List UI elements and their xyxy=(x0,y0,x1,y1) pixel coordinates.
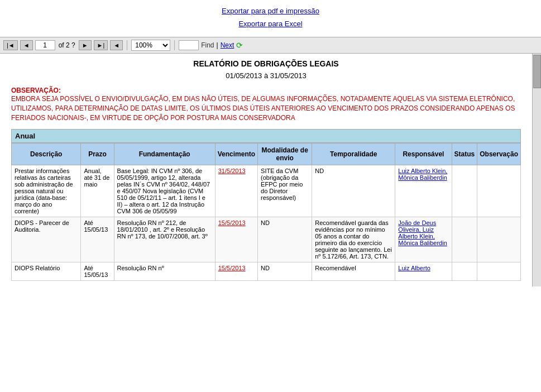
page-info: of 2 ? xyxy=(59,41,75,49)
report-title: RELATÓRIO DE OBRIGAÇÕES LEGAIS xyxy=(11,59,521,68)
last-page-button[interactable]: ►| xyxy=(94,40,108,50)
col-prazo: Prazo xyxy=(81,144,114,165)
observation-box: OBSERVAÇÃO: EMBORA SEJA POSSÍVEL O ENVIO… xyxy=(11,87,521,122)
main-wrapper: RELATÓRIO DE OBRIGAÇÕES LEGAIS 01/05/201… xyxy=(0,54,541,286)
cell-responsavel: Luiz Alberto xyxy=(395,262,452,281)
observation-title: OBSERVAÇÃO: xyxy=(11,87,521,94)
scrollbar[interactable] xyxy=(532,54,541,286)
next-page-button[interactable]: ► xyxy=(79,40,92,50)
cell-fundamentacao: Resolução RN nº xyxy=(114,262,215,281)
cell-modalidade: ND xyxy=(258,262,312,281)
cell-status xyxy=(452,165,477,217)
cell-descricao: DIOPS Relatório xyxy=(12,262,81,281)
cell-prazo: Até 15/05/13 xyxy=(81,217,114,262)
report-subtitle: 01/05/2013 à 31/05/2013 xyxy=(11,71,521,80)
cell-vencimento: 15/5/2013 xyxy=(215,217,257,262)
cell-modalidade: ND xyxy=(258,217,312,262)
cell-vencimento: 31/5/2013 xyxy=(215,165,257,217)
pipe-separator: | xyxy=(217,41,218,49)
report-container: RELATÓRIO DE OBRIGAÇÕES LEGAIS 01/05/201… xyxy=(0,54,532,286)
table-header-row: Descrição Prazo Fundamentação Vencimento… xyxy=(12,144,521,165)
find-label: Find xyxy=(201,41,214,49)
find-input[interactable] xyxy=(179,40,199,50)
section-header: Anual xyxy=(11,129,521,143)
cell-vencimento: 15/5/2013 xyxy=(215,262,257,281)
scroll-thumb[interactable] xyxy=(533,55,541,88)
page-input[interactable]: 1 xyxy=(35,40,55,50)
separator2 xyxy=(174,40,175,50)
separator xyxy=(127,40,127,50)
nav-extra-button[interactable]: ◄ xyxy=(110,40,123,50)
table-row: DIOPS - Parecer de Auditoria.Até 15/05/1… xyxy=(12,217,521,262)
col-fundamentacao: Fundamentação xyxy=(114,144,215,165)
cell-prazo: Até 15/05/13 xyxy=(81,262,114,281)
cell-temporalidade: Recomendável xyxy=(312,262,395,281)
cell-descricao: Prestar informações relativas às carteir… xyxy=(12,165,81,217)
content-area: RELATÓRIO DE OBRIGAÇÕES LEGAIS 01/05/201… xyxy=(0,54,532,286)
cell-responsavel: Luiz Alberto Klein, Mônica Baliberdin xyxy=(395,165,452,217)
cell-status xyxy=(452,217,477,262)
cell-prazo: Anual, até 31 de maio xyxy=(81,165,114,217)
cell-observacao xyxy=(477,217,521,262)
col-responsavel: Responsável xyxy=(395,144,452,165)
cell-descricao: DIOPS - Parecer de Auditoria. xyxy=(12,217,81,262)
first-page-button[interactable]: |◄ xyxy=(3,40,18,50)
observation-text: EMBORA SEJA POSSÍVEL O ENVIO/DIVULGAÇÃO,… xyxy=(11,94,521,122)
cell-fundamentacao: Base Legal: IN CVM nº 306, de 05/05/1999… xyxy=(114,165,215,217)
cell-responsavel: João de Deus Oliveira, Luiz Alberto Klei… xyxy=(395,217,452,262)
excel-export-link[interactable]: Exportar para Excel xyxy=(238,20,302,28)
cell-observacao xyxy=(477,262,521,281)
refresh-icon[interactable]: ⟳ xyxy=(236,41,243,50)
table-row: Prestar informações relativas às carteir… xyxy=(12,165,521,217)
zoom-select[interactable]: 50% 75% 100% 125% 150% 200% xyxy=(131,40,170,51)
table-row: DIOPS RelatórioAté 15/05/13Resolução RN … xyxy=(12,262,521,281)
col-status: Status xyxy=(452,144,477,165)
cell-observacao xyxy=(477,165,521,217)
cell-temporalidade: Recomendável guarda das evidências por n… xyxy=(312,217,395,262)
cell-modalidade: SITE da CVM (obrigação da EFPC por meio … xyxy=(258,165,312,217)
prev-page-button[interactable]: ◄ xyxy=(20,40,33,50)
cell-status xyxy=(452,262,477,281)
cell-fundamentacao: Resolução RN nº 212, de 18/01/2010 , art… xyxy=(114,217,215,262)
find-next-button[interactable]: Next xyxy=(221,41,234,49)
obligations-table: Descrição Prazo Fundamentação Vencimento… xyxy=(11,143,521,281)
col-temporalidade: Temporalidade xyxy=(312,144,395,165)
col-modalidade: Modalidade de envio xyxy=(258,144,312,165)
col-vencimento: Vencimento xyxy=(215,144,257,165)
toolbar: |◄ ◄ 1 of 2 ? ► ►| ◄ 50% 75% 100% 125% 1… xyxy=(0,37,541,54)
col-descricao: Descrição xyxy=(12,144,81,165)
col-observacao: Observação xyxy=(477,144,521,165)
cell-temporalidade: ND xyxy=(312,165,395,217)
pdf-export-link[interactable]: Exportar para pdf e impressão xyxy=(222,7,319,15)
